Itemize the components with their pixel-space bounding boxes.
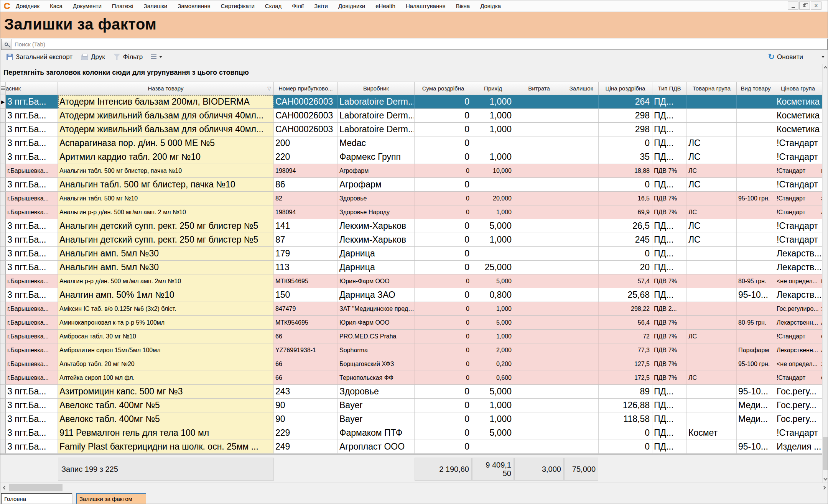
cell-owner[interactable]: г.Барышевка... xyxy=(6,343,58,357)
cell-income[interactable] xyxy=(472,247,514,260)
cell-vat[interactable]: ПДВ 7% xyxy=(652,371,687,384)
cell-number[interactable]: САН00026003 xyxy=(274,109,338,122)
column-header-product_kind[interactable]: Вид товару xyxy=(737,82,775,95)
row-marker[interactable] xyxy=(0,357,6,371)
cell-balance[interactable] xyxy=(564,164,599,177)
cell-owner[interactable]: г.Барышевка... xyxy=(6,164,58,177)
cell-number[interactable]: 249 xyxy=(274,440,338,453)
cell-sum_retail[interactable]: 0 xyxy=(415,136,472,150)
minimize-button[interactable] xyxy=(788,2,798,10)
cell-vat[interactable]: ПДВ 7% xyxy=(652,274,687,288)
table-row[interactable]: 3 пгт.Ба...Анальгин детский супп. рект. … xyxy=(0,233,823,247)
cell-expense[interactable] xyxy=(514,357,564,371)
vertical-scrollbar[interactable] xyxy=(822,64,828,483)
table-row[interactable]: 3 пгт.Ба...Анальгин табл. 500 мг блистер… xyxy=(0,178,823,192)
cell-owner[interactable]: 3 пгт.Ба... xyxy=(6,412,58,426)
cell-number[interactable]: 82 xyxy=(274,192,338,205)
cell-manufacturer[interactable]: PRO.MED.CS Praha xyxy=(338,330,415,343)
cell-manufacturer[interactable]: Здоровье Народу xyxy=(338,205,415,219)
cell-income[interactable]: 1,000 xyxy=(472,399,514,412)
cell-name[interactable]: Амбросан табл. 30 мг №10 xyxy=(58,330,274,343)
row-marker[interactable] xyxy=(0,164,6,177)
cell-manufacturer[interactable]: Laboratoire Derm... xyxy=(338,95,415,108)
cell-price_group[interactable]: !Стандарт xyxy=(775,192,821,205)
column-header-sum_retail[interactable]: Сума роздрібна xyxy=(415,82,472,95)
cell-expense[interactable] xyxy=(514,385,564,398)
cell-income[interactable]: 5,000 xyxy=(472,385,514,398)
menu-item-15[interactable]: Довідка xyxy=(480,3,501,9)
cell-owner[interactable]: 3 пгт.Ба... xyxy=(6,426,58,440)
column-header-owner[interactable]: асник xyxy=(6,82,58,95)
cell-price_retail[interactable]: 298 xyxy=(599,109,652,122)
cell-product_kind[interactable]: Меди... xyxy=(737,412,775,426)
table-row[interactable]: 3 пгт.Ба...911 Ревмалгон гель для тела 1… xyxy=(0,426,823,440)
menu-item-3[interactable]: Документи xyxy=(73,3,102,9)
cell-manufacturer[interactable]: Здоровье xyxy=(338,192,415,205)
cell-balance[interactable] xyxy=(564,288,599,302)
cell-product_group[interactable] xyxy=(687,123,737,136)
tab-holovna[interactable]: Головна xyxy=(1,493,72,504)
panel-chevron-down-icon[interactable] xyxy=(821,56,825,58)
cell-manufacturer[interactable]: Sopharma xyxy=(338,343,415,357)
cell-product_group[interactable]: ЛС xyxy=(687,219,737,233)
table-row[interactable]: 3 пгт.Ба...Аналгин амп. 50% 1мл №10150Да… xyxy=(0,288,823,302)
column-header-product_group[interactable]: Товарна група xyxy=(687,82,737,95)
cell-balance[interactable] xyxy=(564,109,599,122)
menu-item-12[interactable]: eHealth xyxy=(375,3,395,9)
cell-sum_retail[interactable]: 0 xyxy=(415,95,472,108)
cell-balance[interactable] xyxy=(564,343,599,357)
cell-manufacturer[interactable]: Юрия-Фарм ООО xyxy=(338,274,415,288)
cell-expense[interactable] xyxy=(514,302,564,315)
cell-income[interactable]: 1,000 xyxy=(472,95,514,108)
cell-sum_retail[interactable]: 0 xyxy=(415,261,472,274)
search-input[interactable] xyxy=(12,41,827,48)
cell-number[interactable]: 66 xyxy=(274,371,338,384)
cell-income[interactable] xyxy=(472,440,514,453)
cell-product_group[interactable] xyxy=(687,343,737,357)
cell-owner[interactable]: 3 пгт.Ба... xyxy=(6,109,58,122)
cell-product_kind[interactable] xyxy=(737,95,775,108)
cell-balance[interactable] xyxy=(564,178,599,191)
cell-product_group[interactable]: ЛС xyxy=(687,136,737,150)
cell-name[interactable]: Алтейка сироп 100 мл фл. xyxy=(58,371,274,384)
cell-sum_retail[interactable]: 0 xyxy=(415,274,472,288)
cell-product_group[interactable] xyxy=(687,274,737,288)
cell-balance[interactable] xyxy=(564,316,599,329)
cell-manufacturer[interactable]: Юрия-Фарм ООО xyxy=(338,316,415,329)
cell-vat[interactable]: ПДВ 2... xyxy=(652,302,687,315)
cell-expense[interactable] xyxy=(514,399,564,412)
cell-price_group[interactable]: !Стандарт xyxy=(775,164,821,177)
cell-balance[interactable] xyxy=(564,274,599,288)
row-marker[interactable] xyxy=(0,440,6,453)
cell-expense[interactable] xyxy=(514,233,564,246)
cell-expense[interactable] xyxy=(514,164,564,177)
cell-income[interactable]: 20,000 xyxy=(472,192,514,205)
cell-product_group[interactable] xyxy=(687,316,737,329)
menu-item-10[interactable]: Звіти xyxy=(314,3,328,9)
menu-item-9[interactable]: Філії xyxy=(292,3,304,9)
cell-number[interactable]: 198094 xyxy=(274,164,338,177)
cell-name[interactable]: Атодерм живильний бальзам для обличчя 40… xyxy=(58,109,274,122)
table-row[interactable]: 3 пгт.Ба...Анальгин амп. 5мл №30113Дарни… xyxy=(0,261,823,274)
cell-sum_retail[interactable]: 0 xyxy=(415,302,472,315)
cell-income[interactable]: 0,800 xyxy=(472,288,514,302)
cell-product_kind[interactable] xyxy=(737,371,775,384)
cell-sum_retail[interactable]: 0 xyxy=(415,330,472,343)
cell-income[interactable]: 0,200 xyxy=(472,357,514,371)
cell-number[interactable]: 200 xyxy=(274,136,338,150)
cell-product_group[interactable]: ЛС xyxy=(687,205,737,219)
cell-manufacturer[interactable]: Лекхим-Харьков xyxy=(338,219,415,233)
group-by-zone[interactable]: Перетягніть заголовок колонки сюди для у… xyxy=(0,64,828,82)
cell-balance[interactable] xyxy=(564,150,599,164)
table-row[interactable]: г.Барышевка...Аміксин ІС таб. в/о 0.125г… xyxy=(0,302,823,316)
cell-vat[interactable]: ПД... xyxy=(652,385,687,398)
cell-product_kind[interactable]: Меди... xyxy=(737,399,775,412)
cell-income[interactable]: 5,000 xyxy=(472,274,514,288)
cell-sum_retail[interactable]: 0 xyxy=(415,192,472,205)
row-marker[interactable] xyxy=(0,109,6,122)
cell-price_group[interactable]: !Стандарт xyxy=(775,136,821,150)
cell-manufacturer[interactable]: ЗАТ "Медицинское пред… xyxy=(338,302,415,315)
cell-manufacturer[interactable]: Тернопольская ФФ xyxy=(338,371,415,384)
cell-product_kind[interactable] xyxy=(737,247,775,260)
cell-price_group[interactable]: Лекарственн... xyxy=(775,343,821,357)
